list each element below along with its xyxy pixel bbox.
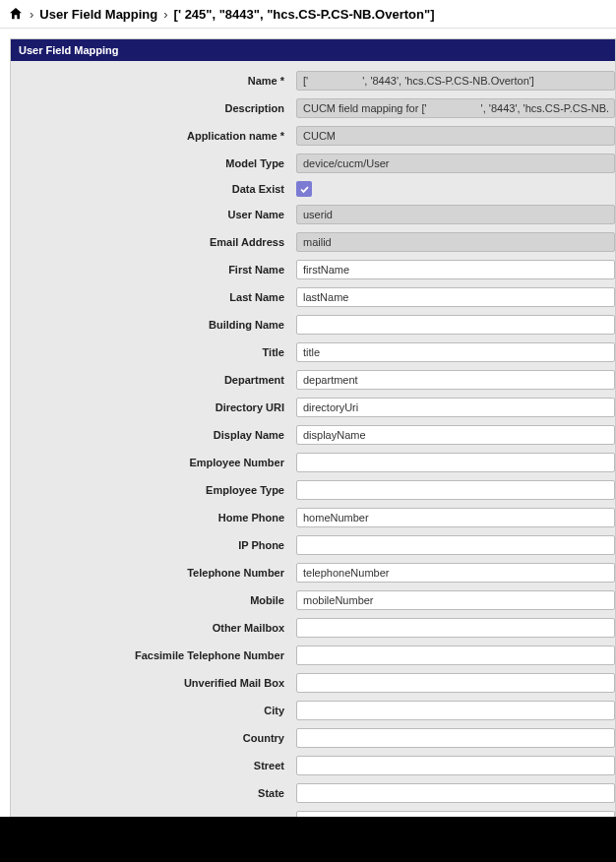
form-body: Name * Description Application name * Mo… xyxy=(11,61,615,817)
input-other-mailbox[interactable] xyxy=(296,618,615,638)
label-employee-number: Employee Number xyxy=(11,457,296,468)
label-display-name: Display Name xyxy=(11,429,296,441)
breadcrumb-item-2: [' 245", "8443", "hcs.CS-P.CS-NB.Overton… xyxy=(174,7,435,22)
label-title: Title xyxy=(11,346,296,358)
input-unverified-mailbox[interactable] xyxy=(296,673,615,693)
input-last-name[interactable] xyxy=(296,287,615,307)
input-first-name[interactable] xyxy=(296,260,615,279)
input-state[interactable] xyxy=(296,783,615,803)
input-user-name[interactable] xyxy=(296,205,615,224)
input-email-address[interactable] xyxy=(296,232,615,252)
label-department: Department xyxy=(11,374,296,386)
chevron-right-icon: › xyxy=(30,7,33,22)
label-ip-phone: IP Phone xyxy=(11,539,296,551)
breadcrumb: › User Field Mapping › [' 245", "8443", … xyxy=(0,0,616,29)
panel-title: User Field Mapping xyxy=(11,39,615,61)
label-directory-uri: Directory URI xyxy=(11,401,296,413)
label-street: Street xyxy=(11,760,296,771)
label-data-exist: Data Exist xyxy=(11,183,296,195)
label-description: Description xyxy=(11,102,296,114)
input-employee-number[interactable] xyxy=(296,453,615,472)
label-employee-type: Employee Type xyxy=(11,484,296,496)
breadcrumb-item-1[interactable]: User Field Mapping xyxy=(39,7,157,22)
label-facsimile: Facsimile Telephone Number xyxy=(11,649,296,661)
input-model-type[interactable] xyxy=(296,154,615,173)
input-building-name[interactable] xyxy=(296,315,615,335)
input-employee-type[interactable] xyxy=(296,480,615,500)
label-country: Country xyxy=(11,732,296,744)
input-department[interactable] xyxy=(296,370,615,390)
input-telephone-number[interactable] xyxy=(296,563,615,583)
label-home-phone: Home Phone xyxy=(11,512,296,523)
label-telephone-number: Telephone Number xyxy=(11,567,296,579)
input-name[interactable] xyxy=(296,71,615,91)
label-state: State xyxy=(11,787,296,799)
input-directory-uri[interactable] xyxy=(296,398,615,417)
label-last-name: Last Name xyxy=(11,291,296,303)
label-email-address: Email Address xyxy=(11,236,296,248)
input-title[interactable] xyxy=(296,342,615,362)
input-ip-phone[interactable] xyxy=(296,535,615,555)
checkbox-data-exist[interactable] xyxy=(296,181,312,197)
input-city[interactable] xyxy=(296,701,615,720)
input-street[interactable] xyxy=(296,756,615,775)
label-first-name: First Name xyxy=(11,264,296,276)
label-user-name: User Name xyxy=(11,209,296,220)
form-panel: User Field Mapping Name * Description Ap… xyxy=(10,38,616,817)
chevron-right-icon: › xyxy=(163,7,167,22)
label-other-mailbox: Other Mailbox xyxy=(11,622,296,634)
label-city: City xyxy=(11,705,296,716)
input-display-name[interactable] xyxy=(296,425,615,445)
label-name: Name * xyxy=(11,75,296,87)
input-postal-code[interactable] xyxy=(296,811,615,817)
input-mobile[interactable] xyxy=(296,590,615,610)
label-building-name: Building Name xyxy=(11,319,296,331)
input-home-phone[interactable] xyxy=(296,508,615,527)
input-description[interactable] xyxy=(296,98,615,118)
input-facsimile[interactable] xyxy=(296,646,615,665)
input-application-name[interactable] xyxy=(296,126,615,146)
label-postal-code: Postal Code xyxy=(11,815,296,817)
label-application-name: Application name * xyxy=(11,130,296,142)
input-country[interactable] xyxy=(296,728,615,748)
label-unverified-mailbox: Unverified Mail Box xyxy=(11,677,296,689)
home-icon[interactable] xyxy=(8,6,24,22)
label-model-type: Model Type xyxy=(11,157,296,169)
label-mobile: Mobile xyxy=(11,594,296,606)
